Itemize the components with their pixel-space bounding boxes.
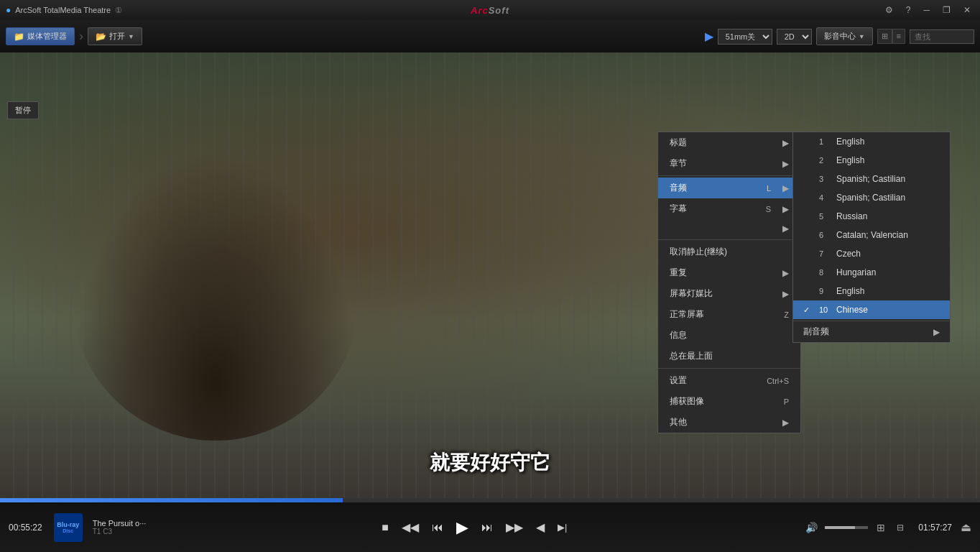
bluray-disc-icon: Blu-ray Disc (54, 513, 83, 542)
audio-num-9: 9 (819, 287, 831, 295)
minimize-button[interactable]: ─ (920, 4, 933, 17)
menu-unmute-label: 取消静止(继续) (670, 246, 727, 258)
toolbar-right: ▶ 51mm关 2D 影音中心 ▼ ⊞ ≡ (705, 27, 974, 45)
menu-item-unmute[interactable]: 取消静止(继续) (658, 242, 800, 262)
video-area: 暂停 就要好好守它 标题 ▶ 章节 ▶ 音频 L ▶ 字幕 S ▶ ▶ 取消静止 (0, 52, 980, 498)
prev-chapter-button[interactable]: ⏮ (429, 518, 446, 537)
volume-icon[interactable]: 🔊 (803, 519, 820, 536)
menu-separator-3 (658, 368, 800, 369)
next-chapter-button[interactable]: ⏭ (479, 518, 496, 537)
audio-submenu: 1 English 2 English 3 Spanish; Castilian… (792, 132, 951, 343)
audio-option-8[interactable]: 8 Hungarian (793, 263, 950, 282)
track-subtitle: T1 C3 (93, 528, 147, 535)
close-button[interactable]: ✕ (960, 4, 974, 17)
frame-step-button[interactable]: ▶| (555, 519, 570, 535)
play-arrow-icon[interactable]: ▶ (705, 29, 713, 43)
restore-button[interactable]: ❐ (939, 4, 954, 17)
titlebar: ● ArcSoft TotalMedia Theatre ① ArcSoft ⚙… (0, 0, 980, 20)
disc-label: Disc (63, 528, 73, 533)
search-input[interactable] (910, 29, 974, 44)
media-manager-button[interactable]: 📁 媒体管理器 (6, 27, 75, 45)
progress-fill (0, 498, 343, 502)
menu-item-chapter[interactable]: 章节 ▶ (658, 153, 800, 174)
titlebar-left: ● ArcSoft TotalMedia Theatre ① (6, 5, 122, 15)
audio-option-6[interactable]: 6 Catalan; Valencian (793, 226, 950, 244)
audio-option-2[interactable]: 2 English (793, 151, 950, 170)
media-manager-label: 媒体管理器 (27, 31, 67, 42)
app-version: ① (115, 6, 122, 15)
movie-center-button[interactable]: 影音中心 ▼ (816, 27, 873, 45)
app-icon: ● (6, 5, 11, 15)
audio-option-10[interactable]: ✓ 10 Chinese (793, 300, 950, 319)
menu-fullscreen-label: 正常屏幕 (670, 308, 704, 321)
audio-sub-button[interactable]: ⊟ (894, 520, 907, 535)
time-total: 01:57:27 (918, 523, 952, 533)
titlebar-right: ⚙ ? ─ ❐ ✕ (882, 4, 974, 17)
audio-label-7: Czech (836, 249, 861, 259)
menu-item-alwaysontop[interactable]: 总在最上面 (658, 346, 800, 367)
menu-item-title[interactable]: 标题 ▶ (658, 132, 800, 153)
menu-item-unknown[interactable]: ▶ (658, 219, 800, 238)
menu-item-capture[interactable]: 捕获图像 P (658, 391, 800, 412)
track-info-container: The Pursuit o··· T1 C3 (93, 519, 147, 535)
menu-separator-2 (658, 239, 800, 240)
audio-label-5: Russian (836, 211, 867, 221)
audio-option-3[interactable]: 3 Spanish; Castilian (793, 170, 950, 188)
audio-num-10: 10 (819, 305, 831, 314)
audio-num-3: 3 (819, 175, 831, 183)
progress-bar[interactable] (0, 498, 980, 502)
help-icon[interactable]: ? (902, 4, 915, 17)
arcsoft-logo: ArcSoft (471, 5, 509, 16)
audio-option-5[interactable]: 5 Russian (793, 207, 950, 226)
menu-item-brightness[interactable]: 屏幕灯媒比 ▶ (658, 283, 800, 304)
controls-bar: 00:55:22 Blu-ray Disc The Pursuit o··· T… (0, 498, 980, 552)
menu-audio-label: 音频 (670, 182, 687, 194)
folder-icon: 📁 (14, 32, 24, 42)
menu-item-audio[interactable]: 音频 L ▶ (658, 178, 800, 198)
toolbar-separator: › (79, 29, 83, 44)
menu-capture-label: 捕获图像 (670, 395, 704, 408)
track-title: The Pursuit o··· (93, 519, 147, 528)
menu-other-label: 其他 (670, 416, 687, 428)
menu-repeat-arrow: ▶ (782, 268, 789, 278)
menu-item-info[interactable]: 信息 (658, 325, 800, 346)
slow-button[interactable]: ◀ (533, 518, 547, 537)
controls-main: 00:55:22 Blu-ray Disc The Pursuit o··· T… (0, 502, 980, 552)
mode-select[interactable]: 2D (777, 29, 812, 45)
menu-item-subtitle[interactable]: 字幕 S ▶ (658, 198, 800, 219)
audio-check-10: ✓ (803, 305, 813, 315)
audio-option-7[interactable]: 7 Czech (793, 244, 950, 263)
sub-audio-item[interactable]: 副音频 ▶ (793, 321, 950, 342)
open-button[interactable]: 📂 打开 ▼ (88, 27, 142, 45)
audio-option-4[interactable]: 4 Spanish; Castilian (793, 188, 950, 207)
menu-item-other[interactable]: 其他 ▶ (658, 412, 800, 433)
menu-item-fullscreen[interactable]: 正常屏幕 Z (658, 304, 800, 325)
movie-center-label: 影音中心 (824, 31, 856, 42)
surround-select[interactable]: 51mm关 (718, 29, 772, 45)
repeat-button[interactable]: ⊞ (874, 519, 888, 536)
context-menu: 标题 ▶ 章节 ▶ 音频 L ▶ 字幕 S ▶ ▶ 取消静止(继续) 重复 ▶ (657, 132, 801, 433)
subtitle-text: 就要好好守它 (430, 449, 550, 477)
pause-button[interactable]: 暂停 (7, 101, 39, 119)
stop-button[interactable]: ■ (379, 518, 392, 537)
volume-slider[interactable] (825, 526, 868, 529)
menu-settings-label: 设置 (670, 374, 687, 387)
audio-label-8: Hungarian (836, 267, 876, 277)
menu-item-repeat[interactable]: 重复 ▶ (658, 262, 800, 283)
list-view-button[interactable]: ≡ (892, 29, 905, 44)
play-pause-button[interactable]: ▶ (453, 515, 471, 540)
forward-button[interactable]: ▶▶ (503, 518, 526, 537)
audio-num-1: 1 (819, 137, 831, 146)
menu-info-label: 信息 (670, 329, 687, 341)
grid-view-button[interactable]: ⊞ (877, 29, 892, 44)
settings-icon[interactable]: ⚙ (882, 4, 897, 17)
menu-brightness-arrow: ▶ (782, 289, 789, 299)
menu-item-settings[interactable]: 设置 Ctrl+S (658, 370, 800, 391)
movie-center-arrow: ▼ (859, 33, 865, 40)
rewind-button[interactable]: ◀◀ (399, 518, 422, 537)
audio-option-9[interactable]: 9 English (793, 282, 950, 300)
sub-audio-label: 副音频 (803, 326, 829, 338)
eject-button[interactable]: ⏏ (961, 520, 971, 534)
audio-option-1[interactable]: 1 English (793, 132, 950, 151)
figure-shadow (72, 153, 359, 441)
